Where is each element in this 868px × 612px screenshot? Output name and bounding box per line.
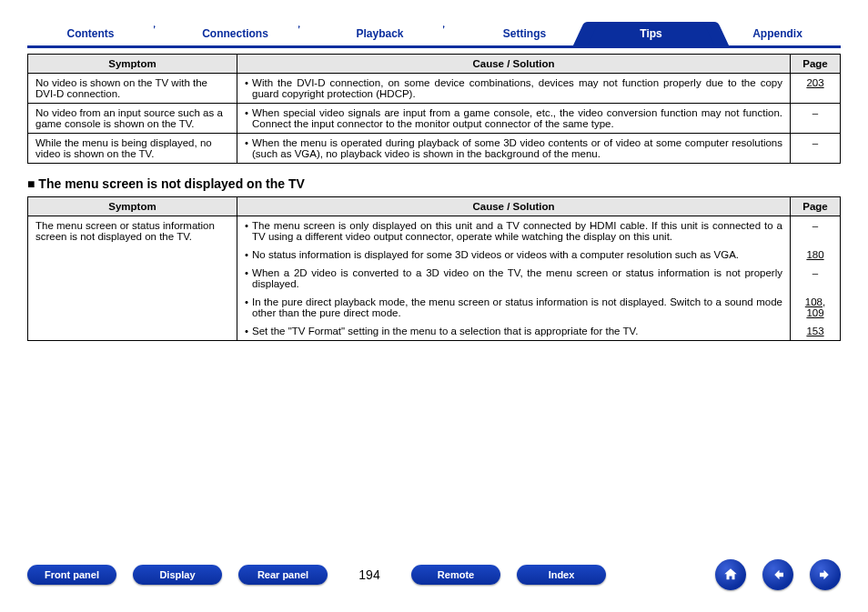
display-button[interactable]: Display bbox=[133, 565, 222, 585]
section-title: The menu screen is not displayed on the … bbox=[27, 176, 841, 191]
solution-cell: In the pure direct playback mode, the me… bbox=[237, 293, 791, 322]
page-link[interactable]: 153 bbox=[806, 326, 823, 336]
page-number: 194 bbox=[351, 567, 388, 582]
th-page: Page bbox=[791, 55, 841, 74]
solution-cell: Set the "TV Format" setting in the menu … bbox=[237, 322, 791, 341]
page-cell: – bbox=[791, 264, 841, 293]
symptom-cell: No video is shown on the TV with the DVI… bbox=[28, 74, 237, 104]
tab-appendix[interactable]: Appendix bbox=[714, 22, 841, 45]
troubleshooting-table-2: Symptom Cause / Solution Page The menu s… bbox=[27, 196, 841, 341]
tab-playback[interactable]: Playback bbox=[317, 22, 443, 45]
page-link[interactable]: 203 bbox=[806, 77, 823, 88]
tab-settings[interactable]: Settings bbox=[461, 22, 588, 45]
solution-cell: With the DVI-D connection, on some devic… bbox=[237, 74, 791, 104]
remote-button[interactable]: Remote bbox=[411, 565, 500, 585]
solution-cell: When the menu is operated during playbac… bbox=[237, 134, 791, 164]
tab-contents[interactable]: Contents bbox=[27, 22, 154, 45]
page-link[interactable]: 180 bbox=[806, 249, 823, 260]
bottom-nav: Front panel Display Rear panel 194 Remot… bbox=[27, 559, 841, 590]
table-row: While the menu is being displayed, no vi… bbox=[28, 134, 841, 164]
tab-tips[interactable]: Tips bbox=[588, 22, 714, 45]
th-cause: Cause / Solution bbox=[237, 55, 791, 74]
forward-icon[interactable] bbox=[810, 559, 841, 590]
page-cell: – bbox=[791, 104, 841, 134]
table-row: No video from an input source such as a … bbox=[28, 104, 841, 134]
symptom-cell: The menu screen or status information sc… bbox=[28, 216, 237, 341]
front-panel-button[interactable]: Front panel bbox=[27, 565, 116, 585]
page-cell: 108, 109 bbox=[791, 293, 841, 322]
th-page: Page bbox=[791, 197, 841, 216]
top-tabs: Contents Connections Playback Settings T… bbox=[27, 16, 841, 48]
table-row: No video is shown on the TV with the DVI… bbox=[28, 74, 841, 104]
th-cause: Cause / Solution bbox=[237, 197, 791, 216]
troubleshooting-table-1: Symptom Cause / Solution Page No video i… bbox=[27, 54, 841, 164]
solution-cell: When special video signals are input fro… bbox=[237, 104, 791, 134]
table-row: The menu screen or status information sc… bbox=[28, 216, 841, 246]
solution-cell: No status information is displayed for s… bbox=[237, 246, 791, 264]
home-icon[interactable] bbox=[715, 559, 746, 590]
index-button[interactable]: Index bbox=[517, 565, 606, 585]
th-symptom: Symptom bbox=[28, 55, 237, 74]
page-cell: 180 bbox=[791, 246, 841, 264]
solution-cell: When a 2D video is converted to a 3D vid… bbox=[237, 264, 791, 293]
page-cell: – bbox=[791, 216, 841, 246]
rear-panel-button[interactable]: Rear panel bbox=[238, 565, 328, 585]
symptom-cell: No video from an input source such as a … bbox=[28, 104, 237, 134]
solution-cell: The menu screen is only displayed on thi… bbox=[237, 216, 791, 246]
page-cell: 203 bbox=[791, 74, 841, 104]
page-cell: 153 bbox=[791, 322, 841, 341]
page-link[interactable]: 109 bbox=[806, 307, 823, 318]
page-link[interactable]: 108 bbox=[805, 296, 823, 307]
th-symptom: Symptom bbox=[28, 197, 237, 216]
tab-connections[interactable]: Connections bbox=[172, 22, 298, 45]
symptom-cell: While the menu is being displayed, no vi… bbox=[28, 134, 237, 164]
page-cell: – bbox=[791, 134, 841, 164]
back-icon[interactable] bbox=[762, 559, 793, 590]
